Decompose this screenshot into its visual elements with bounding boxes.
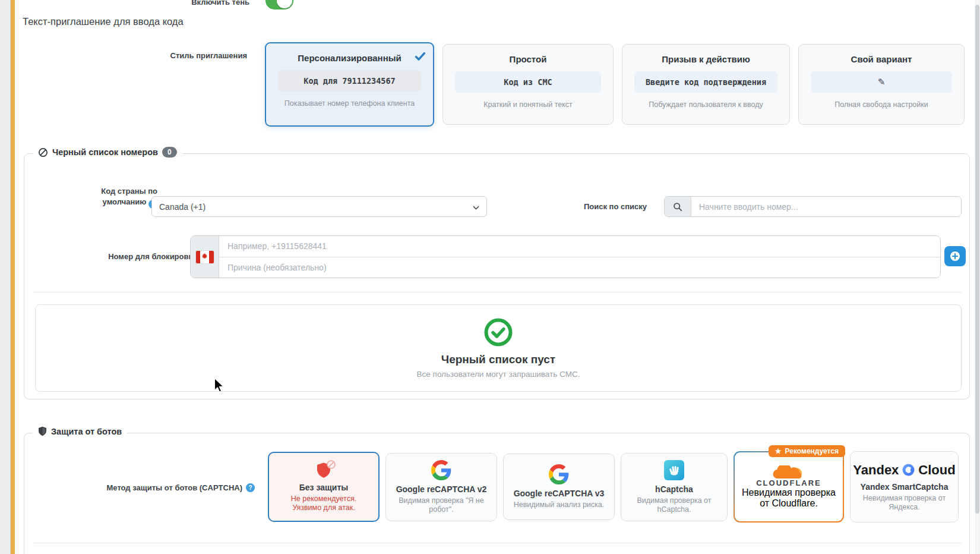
blacklist-count-badge: 0 — [162, 147, 177, 158]
captcha-option-cloudflare[interactable]: ★ Рекомендуется CLOUDFLARE Невидимая про… — [734, 451, 844, 522]
success-check-icon — [484, 318, 513, 347]
flag-addon — [191, 236, 219, 278]
country-code-value: Canada (+1) — [159, 202, 206, 212]
captcha-option-title: hCaptcha — [655, 484, 693, 494]
add-number-button[interactable] — [944, 246, 966, 266]
captcha-option-recaptcha-v2[interactable]: Google reCAPTCHA v2 Видимая проверка "Я … — [385, 453, 497, 521]
empty-state-subtitle: Все пользователи могут запрашивать СМС. — [417, 370, 580, 379]
blacklist-legend-text: Черный список номеров — [52, 147, 158, 157]
style-option-title: Персонализированный — [274, 53, 425, 63]
hcaptcha-icon — [664, 460, 684, 480]
block-number-label: Номер для блокировки — [49, 251, 197, 262]
search-label: Поиск по списку — [528, 202, 647, 212]
country-code-select[interactable]: Canada (+1) — [151, 196, 487, 217]
captcha-option-none[interactable]: Без защиты Не рекомендуется. Уязвимо для… — [268, 452, 380, 522]
blacklist-section: Черный список номеров 0 Код страны по ум… — [24, 153, 970, 399]
help-icon[interactable]: ? — [246, 483, 255, 492]
captcha-option-desc: Невидимая проверка от Яндекса. — [858, 494, 951, 512]
block-reason-input[interactable] — [219, 257, 940, 278]
divider — [33, 543, 962, 543]
check-icon — [415, 51, 426, 64]
captcha-option-desc: Видимая проверка от hCaptcha. — [628, 496, 720, 514]
divider — [33, 292, 962, 292]
bot-protection-section: Защита от ботов Метод защиты от ботов (C… — [24, 433, 970, 554]
captcha-option-warning: Не рекомендуется. Уязвимо для атак. — [276, 495, 371, 512]
captcha-option-desc: Невидимая проверка от Cloudflare. — [741, 487, 837, 509]
style-label: Стиль приглашения — [0, 51, 247, 60]
yandex-cloud-icon — [902, 464, 915, 476]
pencil-icon: ✎ — [878, 77, 886, 87]
page-gutter — [0, 0, 11, 554]
search-addon — [665, 197, 691, 216]
style-option-desc: Полная свобода настройки — [807, 100, 956, 109]
captcha-option-recaptcha-v3[interactable]: Google reCAPTCHA v3 Невидимый анализ рис… — [503, 454, 615, 520]
blacklist-legend: Черный список номеров 0 — [33, 147, 182, 158]
canada-flag-icon — [196, 251, 214, 263]
style-option-personalized[interactable]: Персонализированный Код для 79111234567 … — [265, 42, 434, 127]
captcha-option-hcaptcha[interactable]: hCaptcha Видимая проверка от hCaptcha. — [621, 453, 728, 521]
style-option-title: Простой — [451, 54, 605, 64]
captcha-options: Без защиты Не рекомендуется. Уязвимо для… — [268, 446, 959, 527]
toggle-knob — [277, 0, 292, 8]
phone-number-input[interactable] — [219, 236, 940, 257]
captcha-method-label: Метод защиты от ботов (CAPTCHA) ? — [24, 483, 255, 492]
captcha-option-desc: Видимая проверка "Я не робот". — [393, 496, 489, 514]
star-icon: ★ — [775, 447, 782, 455]
style-option-desc: Показывает номер телефона клиента — [274, 99, 425, 108]
bots-legend: Защита от ботов — [33, 426, 127, 436]
plus-circle-icon — [950, 251, 960, 262]
yandex-cloud-logo: Yandex Cloud — [853, 462, 955, 478]
blocked-circle-icon — [38, 147, 48, 158]
bots-legend-text: Защита от ботов — [51, 427, 122, 436]
country-code-label: Код страны по умолчанию ? — [74, 186, 157, 209]
blacklist-empty-state: Черный список пуст Все пользователи могу… — [35, 304, 962, 392]
shadow-toggle-label: Включить тень — [0, 0, 249, 7]
style-option-title: Свой вариант — [807, 54, 956, 64]
recommended-badge: ★ Рекомендуется — [769, 445, 845, 457]
style-option-sample: Код из СМС — [455, 71, 601, 93]
google-icon — [549, 464, 569, 484]
page-title: Текст-приглашение для ввода кода — [23, 16, 184, 27]
style-option-sample: ✎ — [811, 71, 952, 93]
style-option-desc: Краткий и понятный текст — [451, 100, 605, 109]
style-option-title: Призыв к действию — [631, 54, 781, 64]
cloudflare-brand: CLOUDFLARE — [756, 479, 821, 487]
shield-icon — [38, 426, 47, 436]
captcha-option-title: Google reCAPTCHA v2 — [396, 484, 487, 494]
style-option-custom[interactable]: Свой вариант ✎ Полная свобода настройки — [798, 44, 965, 125]
block-number-group — [190, 235, 941, 278]
settings-page: Включить тень Текст-приглашение для ввод… — [0, 0, 980, 554]
style-option-sample: Код для 79111234567 — [278, 70, 421, 92]
style-option-simple[interactable]: Простой Код из СМС Краткий и понятный те… — [442, 44, 614, 125]
style-option-sample: Введите код подтверждения — [634, 71, 777, 93]
chevron-down-icon — [473, 202, 479, 212]
captcha-option-title: Без защиты — [299, 483, 349, 492]
captcha-option-title: Yandex SmartCaptcha — [861, 482, 949, 492]
shadow-toggle[interactable] — [265, 0, 293, 10]
search-input[interactable] — [691, 197, 961, 216]
captcha-option-yandex[interactable]: Yandex Cloud Yandex SmartCaptcha Невидим… — [850, 451, 959, 522]
empty-state-title: Черный список пуст — [441, 353, 555, 366]
search-icon — [673, 202, 682, 212]
scrollbar-thumb[interactable] — [975, 5, 979, 514]
captcha-option-desc: Невидимый анализ риска. — [514, 501, 605, 509]
captcha-option-title: Google reCAPTCHA v3 — [514, 489, 605, 498]
google-icon — [431, 460, 451, 480]
shield-off-icon — [316, 462, 331, 479]
search-group — [664, 196, 962, 217]
style-option-desc: Побуждает пользователя к вводу — [631, 100, 781, 109]
style-option-call-to-action[interactable]: Призыв к действию Введите код подтвержде… — [622, 44, 790, 125]
orange-accent-bar — [11, 0, 15, 554]
invite-style-options: Персонализированный Код для 79111234567 … — [265, 42, 965, 127]
